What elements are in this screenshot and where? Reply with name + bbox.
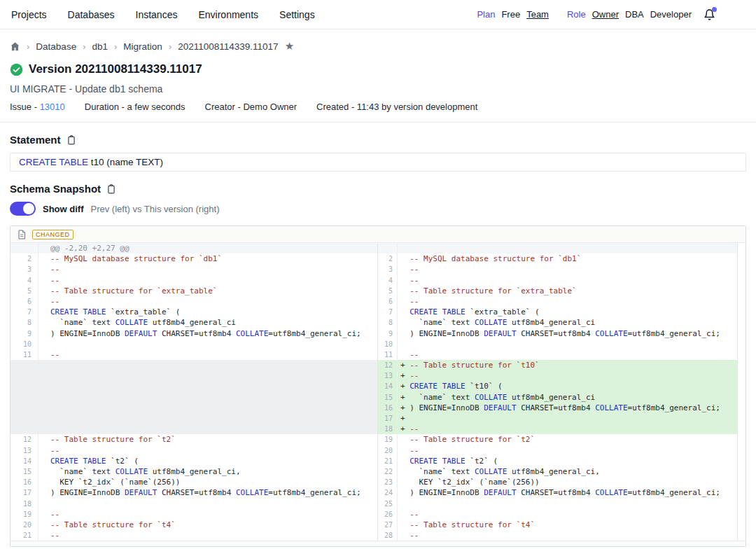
line-number: 15 [10,466,38,477]
notification-bell-button[interactable] [704,8,715,21]
home-icon[interactable] [10,41,20,52]
code-line: -- Table structure for `t2` [38,434,176,445]
diff-spacer-row [10,413,377,424]
code-line: -- [398,445,419,456]
diff-context-row: 16 KEY `t2_idx` (`name`(256)) [10,477,377,487]
line-number: 10 [10,339,38,349]
code-line: -- Table structure for `t2` [398,434,535,445]
nav-item-instances[interactable]: Instances [136,9,178,20]
code-line: + -- [398,370,419,381]
diff-context-row: 10 [10,339,377,349]
line-number [10,392,38,403]
toggle-knob [23,203,34,214]
line-number: 12 [10,434,38,445]
line-number: 9 [378,328,398,339]
line-number: 14 [10,456,38,466]
issue-link[interactable]: 13010 [40,102,65,112]
changed-badge: CHANGED [32,230,74,239]
diff-context-row: 4 -- [378,275,746,286]
code-line: ) ENGINE=InnoDB DEFAULT CHARSET=utf8mb4 … [38,328,361,339]
code-line: @@ -2,20 +2,27 @@ [38,243,130,253]
notification-dot [712,7,717,12]
line-number: 21 [10,530,38,541]
diff-context-row: 10 [378,339,746,349]
line-number: 5 [378,286,398,296]
role-option-owner[interactable]: Owner [592,9,619,20]
line-number: 2 [378,253,398,264]
line-number [10,381,38,391]
diff-added-row: 14+ CREATE TABLE `t10` ( [378,381,746,391]
diff-pane-previous[interactable]: @@ -2,20 +2,27 @@2-- MySQL database stru… [10,243,378,541]
meta-item: Created - 11:43 by version development [316,102,477,112]
snapshot-heading: Schema Snapshot [10,183,101,195]
horizontal-scrollbar-track[interactable] [10,541,746,546]
diff-context-row: 7CREATE TABLE `extra_table` ( [10,307,377,317]
code-line: -- [398,509,419,520]
statement-box[interactable]: CREATE TABLE t10 (name TEXT) [10,153,746,172]
diff-context-row: 11 -- [378,349,746,360]
code-line: `name` text COLLATE utf8mb4_general_ci, [398,466,600,477]
line-number: 7 [378,307,398,317]
show-diff-toggle[interactable] [10,202,36,216]
copy-statement-icon[interactable] [66,134,76,146]
diff-context-row: 20 -- [378,445,746,456]
breadcrumb-item-migration[interactable]: Migration [123,41,162,52]
diff-context-row: 13-- [10,445,377,456]
section-divider [0,122,756,123]
nav-item-environments[interactable]: Environments [198,9,258,20]
line-number: 21 [378,456,398,466]
nav-item-databases[interactable]: Databases [68,9,115,20]
diff-context-row: 23 KEY `t2_idx` (`name`(256)) [378,477,746,487]
meta-item: Creator - Demo Owner [205,102,297,112]
breadcrumb-item-database[interactable]: Database [36,41,76,52]
diff-spacer-row [10,403,377,413]
diff-body: @@ -2,20 +2,27 @@2-- MySQL database stru… [10,243,746,541]
line-number: 4 [10,275,38,286]
line-number [10,370,38,381]
line-number [10,413,38,424]
code-line: -- [38,349,59,360]
avatar[interactable]: DO [726,5,745,24]
statement-heading: Statement [10,134,61,146]
schema-diff-panel: CHANGED @@ -2,20 +2,27 @@2-- MySQL datab… [10,225,746,547]
diff-pane-current[interactable]: 2 -- MySQL database structure for `db1`3… [378,243,746,541]
plan-option-team[interactable]: Team [526,9,549,20]
diff-context-row: 11-- [10,349,377,360]
role-option-developer: Developer [650,9,692,20]
breadcrumb-item-20211008114339.11017[interactable]: 20211008114339.11017 [178,41,278,52]
line-number [10,243,38,253]
nav-item-settings[interactable]: Settings [279,9,315,20]
diff-context-row: 28 -- [378,530,746,541]
nav-item-projects[interactable]: Projects [11,9,47,20]
diff-added-row: 18+ -- [378,424,746,434]
line-number: 16 [10,477,38,487]
diff-context-row: 8 `name` text COLLATE utf8mb4_general_ci [378,317,746,328]
diff-spacer-row [10,370,377,381]
top-nav: ProjectsDatabasesInstancesEnvironmentsSe… [0,0,756,29]
code-line [398,499,410,509]
diff-header: CHANGED [10,226,746,243]
diff-context-row: 14CREATE TABLE `t2` ( [10,456,377,466]
breadcrumb-separator: › [114,41,117,52]
meta-item: Issue - 13010 [10,102,65,112]
line-number: 19 [10,509,38,520]
role-option-dba: DBA [625,9,644,20]
line-number: 13 [378,370,398,381]
code-line: + CREATE TABLE `t10` ( [398,381,503,391]
code-line: -- [38,445,59,456]
diff-context-row: 3 -- [378,264,746,274]
diff-context-row: 24 ) ENGINE=InnoDB DEFAULT CHARSET=utf8m… [378,487,746,498]
line-number: 6 [378,296,398,307]
code-line: + ) ENGINE=InnoDB DEFAULT CHARSET=utf8mb… [398,403,720,413]
star-icon[interactable]: ★ [285,40,294,53]
diff-context-row: 21 CREATE TABLE `t2` ( [378,456,746,466]
diff-added-row: 13+ -- [378,370,746,381]
copy-snapshot-icon[interactable] [106,183,116,195]
breadcrumb-item-db1[interactable]: db1 [92,41,108,52]
code-line: -- MySQL database structure for `db1` [38,253,222,264]
code-line [398,339,410,349]
overview-ruler [737,243,746,541]
diff-context-row: 6 -- [378,296,746,307]
meta-row: Issue - 13010Duration - a few secondsCre… [10,102,746,112]
code-line: -- [398,349,419,360]
